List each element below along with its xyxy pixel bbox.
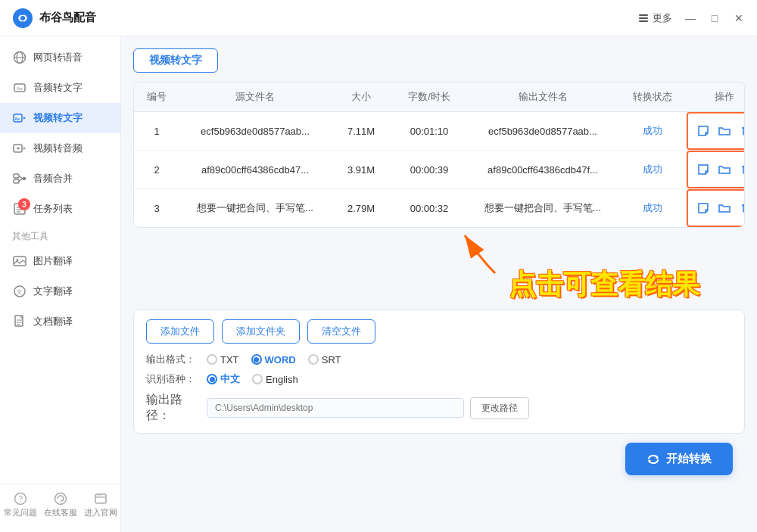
- bottom-section: 添加文件 添加文件夹 清空文件 输出格式： TXT WORD: [133, 310, 745, 434]
- open-folder-icon-3[interactable]: [716, 200, 733, 216]
- sidebar-website[interactable]: 进入官网: [84, 492, 117, 518]
- add-file-btn[interactable]: 添加文件: [146, 319, 214, 344]
- change-path-btn[interactable]: 更改路径: [470, 397, 529, 419]
- video-to-text-tab[interactable]: 视频转文字: [133, 48, 218, 73]
- svg-text:Aa: Aa: [15, 117, 20, 121]
- col-source: 源文件名: [179, 82, 331, 111]
- close-btn[interactable]: ✕: [733, 12, 745, 24]
- txt-label: TXT: [220, 354, 239, 366]
- file-table: 编号 源文件名 大小 字数/时长 输出文件名 转换状态 操作 1 ecf5b96…: [133, 82, 745, 228]
- svg-rect-36: [95, 494, 106, 503]
- language-radio-group: 中文 English: [207, 372, 298, 386]
- open-folder-icon-1[interactable]: [716, 123, 733, 139]
- cell-id-2: 2: [134, 155, 179, 185]
- table-row: 2 af89c00cff64386cdb47... 3.91M 00:00:39…: [134, 151, 744, 189]
- path-input[interactable]: [207, 398, 464, 418]
- task-badge: 3: [18, 198, 30, 210]
- cell-source-3: 想要一键把合同、手写笔...: [179, 192, 331, 224]
- maximize-btn[interactable]: □: [709, 12, 721, 24]
- col-output: 输出文件名: [467, 82, 618, 111]
- english-radio[interactable]: [252, 374, 263, 384]
- delete-icon-1[interactable]: [737, 123, 745, 139]
- logo-icon: [12, 8, 33, 29]
- minimize-btn[interactable]: —: [684, 12, 696, 24]
- svg-rect-46: [743, 166, 745, 173]
- path-row: 输出路径： 更改路径: [146, 392, 732, 424]
- txt-radio[interactable]: [207, 354, 217, 365]
- sidebar-item-video-to-audio[interactable]: 视频转音频: [0, 133, 120, 163]
- video-text-icon: Aa: [12, 110, 27, 126]
- col-status: 转换状态: [618, 82, 687, 111]
- content-area: 视频转文字 编号 源文件名 大小 字数/时长 输出文件名 转换状态 操作 1 e…: [121, 36, 757, 532]
- svg-point-38: [97, 495, 98, 496]
- lang-english[interactable]: English: [252, 374, 298, 385]
- svg-line-17: [19, 176, 23, 179]
- word-radio[interactable]: [251, 354, 262, 365]
- sidebar-item-doc-translate[interactable]: 文档翻译: [0, 306, 120, 337]
- sidebar-item-video-to-text[interactable]: Aa 视频转文字: [0, 103, 120, 133]
- text-translate-icon: 文: [12, 284, 27, 299]
- sidebar-item-audio-to-text[interactable]: Aa 音频转文字: [0, 73, 120, 103]
- open-folder-icon-2[interactable]: [716, 161, 733, 178]
- word-label: WORD: [265, 354, 296, 366]
- website-icon: [94, 492, 107, 506]
- svg-text:文: 文: [17, 289, 22, 294]
- cell-source-1: ecf5b963de0d8577aab...: [179, 117, 331, 146]
- table-row: 3 想要一键把合同、手写笔... 2.79M 00:00:32 想要一键把合同、…: [134, 189, 744, 227]
- svg-rect-42: [743, 128, 745, 135]
- format-txt[interactable]: TXT: [207, 354, 239, 366]
- globe-icon: [12, 50, 27, 65]
- start-convert-btn[interactable]: 开始转换: [625, 443, 733, 475]
- other-tools-label: 其他工具: [0, 224, 120, 246]
- sidebar-item-task-list[interactable]: 3 任务列表: [0, 194, 120, 224]
- svg-rect-3: [639, 17, 648, 19]
- support-icon: [54, 492, 67, 506]
- stack-icon: [637, 12, 650, 24]
- svg-point-1: [20, 16, 25, 20]
- table-header: 编号 源文件名 大小 字数/时长 输出文件名 转换状态 操作: [134, 82, 744, 112]
- sidebar-item-image-translate[interactable]: 图片翻译: [0, 246, 120, 276]
- clear-btn[interactable]: 清空文件: [307, 319, 375, 344]
- sidebar-support[interactable]: 在线客服: [44, 492, 77, 518]
- sidebar-faq[interactable]: ? 常见问题: [4, 492, 37, 518]
- srt-radio[interactable]: [308, 354, 319, 365]
- cell-output-2: af89c00cff64386cdb47f...: [467, 155, 618, 185]
- video-audio-icon: [12, 141, 27, 156]
- format-srt[interactable]: SRT: [308, 354, 341, 366]
- table-row: 1 ecf5b963de0d8577aab... 7.11M 00:01:10 …: [134, 112, 744, 151]
- view-file-icon-3[interactable]: [695, 200, 712, 216]
- main-layout: 网页转语音 Aa 音频转文字 Aa 视频转文字 视频转音频 音频合并: [0, 36, 757, 532]
- sidebar-item-web-to-speech[interactable]: 网页转语音: [0, 42, 120, 73]
- sidebar-item-audio-merge[interactable]: 音频合并: [0, 163, 120, 194]
- svg-rect-15: [14, 174, 19, 178]
- view-file-icon-2[interactable]: [695, 161, 712, 178]
- view-file-icon-1[interactable]: [695, 123, 712, 139]
- output-format-label: 输出格式：: [146, 353, 201, 366]
- svg-point-35: [61, 502, 62, 504]
- delete-icon-3[interactable]: [737, 200, 745, 216]
- svg-marker-11: [23, 117, 26, 120]
- cell-output-3: 想要一键把合同、手写笔...: [467, 192, 618, 224]
- svg-line-18: [19, 179, 23, 182]
- svg-rect-4: [639, 20, 648, 22]
- lang-chinese[interactable]: 中文: [207, 372, 240, 386]
- svg-text:?: ?: [18, 495, 23, 503]
- svg-rect-19: [23, 177, 26, 180]
- chinese-radio[interactable]: [207, 374, 217, 384]
- sidebar-item-text-translate[interactable]: 文 文字翻译: [0, 276, 120, 306]
- more-btn[interactable]: 更多: [637, 11, 672, 25]
- svg-point-34: [55, 493, 66, 505]
- add-folder-btn[interactable]: 添加文件夹: [222, 319, 300, 344]
- cell-size-2: 3.91M: [331, 155, 391, 185]
- delete-icon-2[interactable]: [737, 161, 745, 178]
- srt-label: SRT: [322, 354, 341, 366]
- tab-header: 视频转文字: [133, 48, 745, 73]
- audio-text-icon: Aa: [12, 80, 27, 95]
- cell-duration-3: 00:00:32: [391, 194, 467, 223]
- cell-ops-2: [687, 151, 745, 188]
- format-word[interactable]: WORD: [251, 354, 296, 366]
- convert-icon: [646, 453, 660, 466]
- image-icon: [12, 254, 27, 269]
- language-row: 识别语种： 中文 English: [146, 372, 732, 386]
- cell-duration-2: 00:00:39: [391, 155, 467, 185]
